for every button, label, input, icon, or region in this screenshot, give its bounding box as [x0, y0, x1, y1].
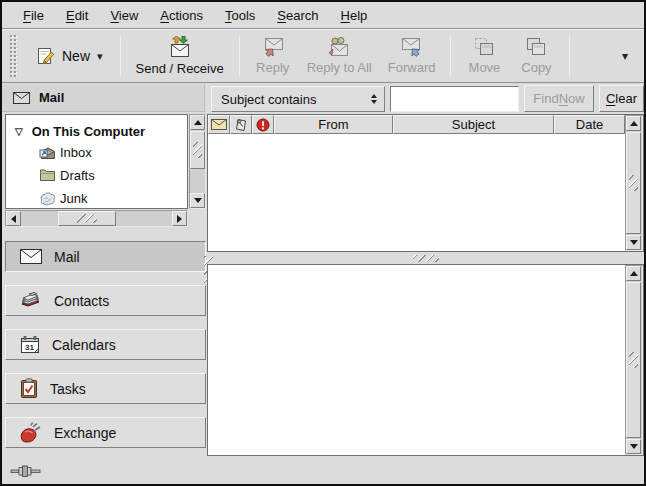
reply-to-all-button[interactable]: Reply to All	[299, 32, 380, 80]
preview-pane-scrollbar[interactable]	[625, 265, 643, 455]
toolbar-overflow-button[interactable]: ▾	[614, 45, 636, 67]
switcher-tasks-button[interactable]: Tasks	[5, 373, 206, 404]
preview-splitter[interactable]	[207, 252, 644, 264]
scroll-up-button[interactable]	[626, 266, 641, 281]
combo-arrows-icon	[366, 90, 381, 108]
junk-icon	[39, 192, 56, 206]
send-receive-label: Send / Receive	[136, 61, 224, 76]
search-filter-value: Subject contains	[221, 92, 316, 107]
compose-icon	[36, 47, 55, 66]
column-priority[interactable]	[252, 115, 274, 134]
switcher-label: Tasks	[50, 381, 86, 397]
scroll-down-button[interactable]	[626, 439, 641, 454]
calendar-day-number: 31	[25, 342, 34, 351]
arrow-up-icon	[194, 120, 202, 125]
switcher-contacts-button[interactable]: Contacts	[5, 285, 206, 316]
menu-help[interactable]: Help	[330, 4, 379, 27]
menu-view[interactable]: View	[99, 4, 149, 27]
switcher-mail-button[interactable]: Mail	[5, 241, 206, 272]
scroll-down-button[interactable]	[626, 235, 641, 250]
send-receive-icon	[167, 36, 193, 58]
contacts-icon	[19, 291, 43, 311]
move-button[interactable]: Move	[458, 32, 510, 80]
switcher-label: Calendars	[52, 337, 116, 353]
column-from[interactable]: From	[274, 115, 393, 134]
copy-label: Copy	[521, 60, 551, 75]
tree-folder-label: Junk	[60, 191, 87, 206]
arrow-down-icon	[194, 198, 202, 203]
scroll-down-button[interactable]	[190, 193, 205, 208]
arrow-up-icon	[630, 271, 638, 276]
menu-file[interactable]: File	[12, 4, 55, 27]
message-list-header: From Subject Date	[208, 115, 625, 134]
column-attachment[interactable]	[230, 115, 252, 134]
toolbar-separator	[120, 35, 121, 77]
scrollbar-thumb[interactable]	[58, 211, 116, 226]
toolbar: New ▾ Send / Receive	[2, 29, 644, 83]
switcher-label: Contacts	[54, 293, 109, 309]
attachment-icon	[234, 118, 248, 132]
scrollbar-thumb[interactable]	[626, 282, 641, 438]
switcher-calendars-button[interactable]: 31 Calendars	[5, 329, 206, 360]
toolbar-separator	[239, 35, 240, 77]
search-filter-dropdown[interactable]: Subject contains	[211, 86, 385, 112]
column-subject[interactable]: Subject	[393, 115, 554, 134]
reply-icon	[261, 37, 285, 57]
scroll-up-button[interactable]	[190, 115, 205, 130]
message-list-scrollbar[interactable]	[625, 115, 643, 251]
folder-tree-panel: ▽ On This Computer Inbox	[5, 114, 206, 227]
switcher-label: Exchange	[54, 425, 116, 441]
column-date[interactable]: Date	[554, 115, 625, 134]
search-input[interactable]	[390, 86, 519, 112]
arrow-left-icon	[11, 215, 16, 223]
copy-button[interactable]: Copy	[510, 32, 562, 80]
find-now-button[interactable]: Find Now	[524, 85, 594, 112]
expander-icon[interactable]: ▽	[15, 126, 23, 137]
menu-search[interactable]: Search	[266, 4, 329, 27]
tree-folder-label: Drafts	[60, 168, 95, 183]
column-status[interactable]	[208, 115, 230, 134]
scrollbar-thumb[interactable]	[626, 132, 641, 234]
tree-item-drafts[interactable]: Drafts	[6, 164, 187, 187]
tree-item-inbox[interactable]: Inbox	[6, 141, 187, 164]
folder-tree-vertical-scrollbar[interactable]	[189, 114, 206, 209]
reply-to-all-label: Reply to All	[307, 60, 372, 75]
mail-header-icon	[13, 92, 30, 104]
switcher-exchange-button[interactable]: Exchange	[5, 417, 206, 448]
inbox-icon	[39, 146, 56, 160]
reply-label: Reply	[256, 60, 289, 75]
arrow-down-icon	[630, 240, 638, 245]
folder-tree: ▽ On This Computer Inbox	[5, 114, 188, 209]
forward-label: Forward	[388, 60, 436, 75]
tree-item-junk[interactable]: Junk	[6, 187, 187, 209]
scrollbar-thumb[interactable]	[190, 131, 205, 169]
toolbar-separator	[450, 35, 451, 77]
preview-pane	[207, 264, 644, 456]
folder-icon	[39, 169, 56, 182]
tree-item-on-this-computer[interactable]: ▽ On This Computer	[6, 121, 187, 141]
send-receive-button[interactable]: Send / Receive	[128, 32, 232, 80]
scroll-right-button[interactable]	[172, 211, 187, 226]
reply-to-all-icon	[326, 37, 352, 57]
new-button[interactable]: New ▾	[26, 36, 113, 76]
tree-folder-label: Inbox	[60, 145, 92, 160]
move-icon	[472, 37, 496, 57]
scroll-up-button[interactable]	[626, 116, 641, 131]
arrow-down-icon	[630, 444, 638, 449]
toolbar-grip[interactable]	[10, 35, 17, 77]
online-status-icon[interactable]	[10, 464, 42, 478]
status-bar	[2, 458, 644, 484]
thumb-grip	[193, 142, 202, 158]
forward-button[interactable]: Forward	[380, 32, 444, 80]
menu-actions[interactable]: Actions	[149, 4, 214, 27]
clear-button[interactable]: Clear	[599, 85, 644, 112]
reply-button[interactable]: Reply	[247, 32, 299, 80]
menu-tools[interactable]: Tools	[214, 4, 266, 27]
scroll-left-button[interactable]	[6, 211, 21, 226]
folder-tree-horizontal-scrollbar[interactable]	[5, 210, 188, 227]
mail-icon	[19, 248, 43, 265]
thumb-grip	[629, 352, 638, 368]
sidebar-header: Mail	[2, 84, 205, 112]
menu-edit[interactable]: Edit	[55, 4, 99, 27]
toolbar-separator	[569, 35, 570, 77]
